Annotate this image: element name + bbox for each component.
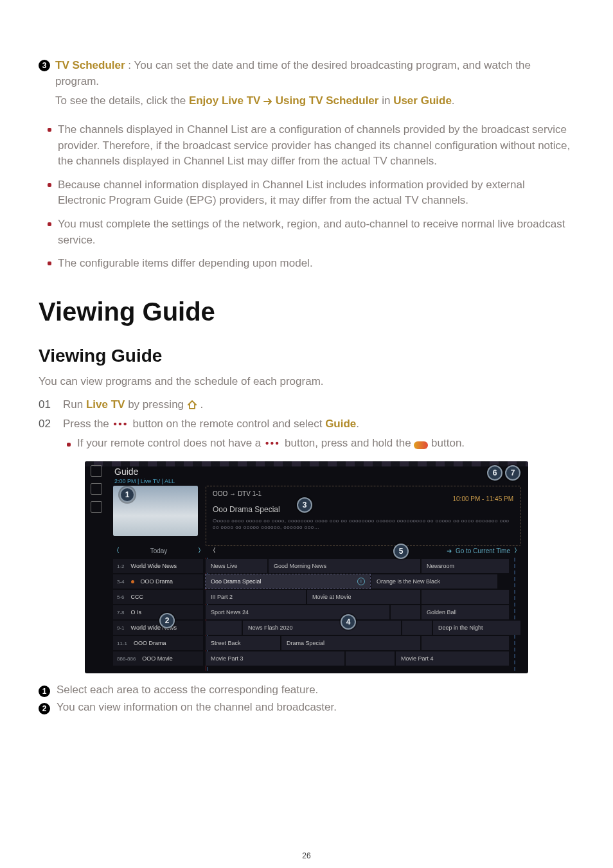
- time-chevron-left-icon[interactable]: 〈: [209, 546, 216, 555]
- channel-name: OOO Movie: [142, 655, 173, 662]
- marker-6: 6: [487, 465, 502, 481]
- callout-details-mid: in: [382, 94, 393, 107]
- program-cell[interactable]: III Part 2: [206, 590, 306, 604]
- go-current-label: Go to Current Time: [456, 547, 510, 554]
- channel-cell[interactable]: 7-8O Is: [113, 605, 203, 619]
- marker-1: 1: [120, 487, 135, 502]
- chevron-right-icon[interactable]: 〉: [198, 546, 204, 555]
- info-icon[interactable]: i: [357, 578, 365, 585]
- channel-number: 11-1: [117, 641, 127, 646]
- left-rail: [89, 465, 104, 529]
- channel-number: 886-886: [117, 656, 136, 662]
- legend-badge-2: 2: [39, 703, 50, 714]
- more-dots-icon: •••: [264, 438, 281, 448]
- program-cell[interactable]: Movie Part 4: [396, 651, 509, 666]
- channel-name: OOO Drama: [134, 640, 166, 646]
- program-cell[interactable]: [402, 621, 432, 635]
- legend-1: 1 Select each area to access the corresp…: [39, 684, 574, 697]
- program-cell[interactable]: [422, 636, 509, 650]
- rail-icon[interactable]: [91, 483, 102, 495]
- program-cell[interactable]: News Flash 2020: [243, 621, 401, 635]
- program-cell[interactable]: Drama Special: [281, 636, 420, 650]
- channel-number: 3-4: [117, 579, 125, 585]
- marker-3: 3: [297, 497, 312, 513]
- channel-cell[interactable]: 3-4OOO Drama: [113, 574, 203, 589]
- step-02-sub: If your remote control does not have a •…: [63, 437, 574, 450]
- guide-shot-canvas: Guide 2:00 PM | Live TV | ALL ⋮ ✕ OOO → …: [85, 461, 528, 673]
- step-body: Press the ••• button on the remote contr…: [63, 418, 574, 430]
- marker-67-wrap: 6 7: [487, 465, 520, 481]
- today-label: Today: [150, 547, 168, 554]
- link-using-tv-scheduler[interactable]: Using TV Scheduler: [276, 94, 379, 107]
- channel-number: 9-1: [117, 625, 125, 631]
- marker-4: 4: [341, 614, 356, 630]
- program-cell[interactable]: Sport News 24: [206, 605, 389, 619]
- guide-screenshot: Guide 2:00 PM | Live TV | ALL ⋮ ✕ OOO → …: [85, 461, 528, 673]
- callout-details-pre: To see the details, click the: [55, 94, 189, 107]
- dot-icon: [131, 580, 134, 583]
- channel-name: World Wide News: [131, 563, 177, 569]
- chevron-left-icon[interactable]: 〈: [113, 546, 120, 555]
- marker-2: 2: [159, 613, 175, 628]
- decorative-strip: [85, 461, 528, 466]
- color-pill-icon: [414, 441, 428, 449]
- now-desc: Ooooo oooo ooooo oo oooo, oooooooo oooo …: [213, 518, 513, 531]
- step-text: .: [356, 418, 359, 430]
- program-cell[interactable]: [206, 621, 242, 635]
- program-cell[interactable]: Good Morning News: [269, 559, 420, 573]
- legend-text: Select each area to access the correspon…: [57, 684, 318, 696]
- program-cell[interactable]: [391, 605, 420, 619]
- go-current[interactable]: ➜ Go to Current Time 〉: [362, 546, 520, 555]
- heading-viewing-guide: Viewing Guide: [39, 297, 574, 326]
- subheading-viewing-guide: Viewing Guide: [39, 346, 574, 366]
- program-cell[interactable]: Golden Ball: [422, 605, 509, 619]
- step-text: .: [200, 398, 204, 411]
- channel-name: O Is: [131, 609, 142, 616]
- rail-icon[interactable]: [91, 501, 102, 513]
- page: 3 TV Scheduler : You can set the date an…: [0, 0, 613, 868]
- program-cell[interactable]: [422, 590, 509, 604]
- program-row: News Flash 2020Deep in the Night: [206, 621, 523, 635]
- step-sub-text: button.: [431, 437, 465, 449]
- program-cell[interactable]: Newsroom: [422, 559, 509, 573]
- guide-title: Guide: [114, 466, 138, 477]
- step-sub-text: If your remote control does not have a: [77, 437, 264, 449]
- callout-badge-3: 3: [39, 60, 50, 71]
- channel-name: CCC: [131, 594, 144, 600]
- callout-details: To see the details, click the Enjoy Live…: [39, 93, 574, 111]
- channel-cell[interactable]: 11-1OOO Drama: [113, 636, 203, 650]
- more-dots-icon: •••: [112, 418, 130, 429]
- step-02: 02 Press the ••• button on the remote co…: [39, 418, 574, 430]
- program-cell[interactable]: Street Back: [206, 636, 280, 650]
- link-user-guide[interactable]: User Guide: [393, 94, 452, 107]
- step-text: button on the remote control and select: [133, 418, 326, 430]
- channel-cell[interactable]: 9-1World Wide News: [113, 621, 203, 635]
- channel-number: 7-8: [117, 610, 125, 616]
- program-cell[interactable]: Deep in the Night: [433, 621, 520, 635]
- note-item: You must complete the settings of the ne…: [39, 217, 574, 248]
- program-cell[interactable]: Ooo Drama Speciali: [206, 574, 370, 589]
- link-enjoy-live-tv[interactable]: Enjoy Live TV: [189, 94, 260, 107]
- legend-text: You can view information on the channel …: [57, 701, 337, 714]
- channel-cell[interactable]: 886-886OOO Movie: [113, 651, 203, 666]
- program-cell[interactable]: [346, 651, 395, 666]
- now-playing-box[interactable]: OOO → DTV 1-1 Ooo Drama Special 10:00 PM…: [206, 486, 520, 546]
- callout-title: TV Scheduler: [55, 59, 125, 71]
- step-text: Run: [63, 398, 86, 411]
- program-cell[interactable]: News Live: [206, 559, 267, 573]
- channel-name: OOO Drama: [141, 578, 173, 585]
- program-cell[interactable]: Movie at Movie: [307, 590, 420, 604]
- channel-cell[interactable]: 5-6CCC: [113, 590, 203, 604]
- rail-icon[interactable]: [91, 465, 102, 477]
- page-number: 26: [0, 851, 613, 860]
- step-number: 01: [39, 398, 55, 411]
- channel-cell[interactable]: 1-2World Wide News: [113, 559, 203, 573]
- program-cell[interactable]: Movie Part 3: [206, 651, 344, 666]
- program-cell[interactable]: Orange is the New Black: [371, 574, 497, 589]
- lead-text: You can view programs and the schedule o…: [39, 375, 574, 388]
- live-tv-label: Live TV: [86, 398, 125, 411]
- now-title: Ooo Drama Special: [213, 505, 513, 514]
- step-text: by pressing: [128, 398, 187, 411]
- step-text: Press the: [63, 418, 112, 430]
- chevron-right-icon[interactable]: 〉: [514, 546, 520, 555]
